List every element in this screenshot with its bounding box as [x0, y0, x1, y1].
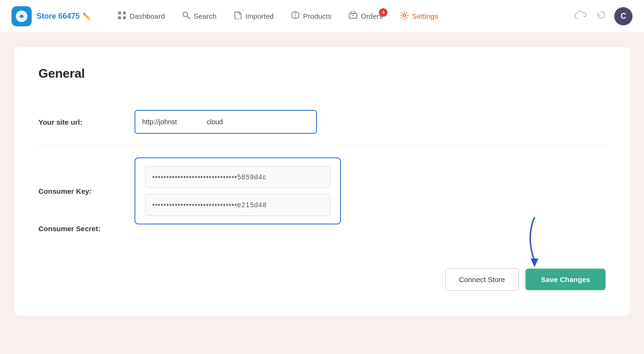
consumer-key-label: Consumer Key: [38, 187, 134, 195]
site-url-input[interactable] [134, 110, 317, 134]
logo-area: Store 66475 ✏️ [12, 6, 91, 26]
imported-icon [234, 11, 242, 21]
site-url-row: Your site url: [38, 98, 606, 145]
site-url-input-area [134, 110, 606, 134]
navbar: Store 66475 ✏️ Dashboard [0, 0, 644, 33]
svg-rect-9 [352, 15, 354, 16]
svg-rect-4 [123, 16, 126, 19]
consumer-secret-label: Consumer Secret: [38, 224, 134, 233]
svg-rect-1 [118, 12, 121, 14]
nav-orders[interactable]: Orders 4 [341, 7, 390, 25]
dashboard-icon [118, 11, 126, 22]
nav-products[interactable]: Products [283, 7, 339, 25]
settings-icon [400, 11, 409, 22]
consumer-secret-input[interactable] [145, 194, 330, 216]
refresh-icon[interactable] [596, 10, 607, 23]
nav-items: Dashboard Search Imported [110, 7, 574, 25]
svg-rect-2 [123, 12, 126, 14]
cloud-icon[interactable] [574, 10, 588, 23]
user-avatar[interactable]: C [614, 7, 632, 25]
nav-imported[interactable]: Imported [226, 7, 281, 25]
section-title: General [38, 66, 606, 81]
consumer-key-row: Consumer Key: [38, 145, 606, 236]
svg-point-10 [403, 14, 406, 16]
app-logo[interactable] [12, 6, 32, 26]
nav-dashboard[interactable]: Dashboard [110, 7, 172, 25]
nav-right: C [574, 7, 632, 25]
footer-actions: Connect Store Save Changes [38, 259, 606, 291]
edit-store-icon[interactable]: ✏️ [83, 12, 91, 20]
settings-card: General Your site url: Consumer Key: Con… [14, 47, 630, 316]
nav-search[interactable]: Search [174, 7, 224, 25]
search-icon [182, 11, 190, 21]
nav-settings[interactable]: Settings [392, 7, 446, 25]
save-changes-button[interactable]: Save Changes [525, 269, 606, 290]
consumer-secret-row-label: Consumer Secret: [38, 224, 606, 244]
consumer-key-input[interactable] [145, 166, 330, 188]
orders-badge: 4 [379, 8, 388, 17]
consumer-credentials-area [134, 157, 606, 224]
credentials-box [134, 157, 341, 224]
svg-rect-3 [118, 16, 121, 19]
site-url-label: Your site url: [38, 118, 134, 126]
connect-store-button[interactable]: Connect Store [445, 268, 519, 291]
main-content: General Your site url: Consumer Key: Con… [0, 33, 644, 330]
orders-icon [349, 11, 357, 21]
svg-line-6 [187, 16, 190, 19]
products-icon [291, 11, 300, 21]
store-name[interactable]: Store 66475 ✏️ [36, 12, 91, 21]
